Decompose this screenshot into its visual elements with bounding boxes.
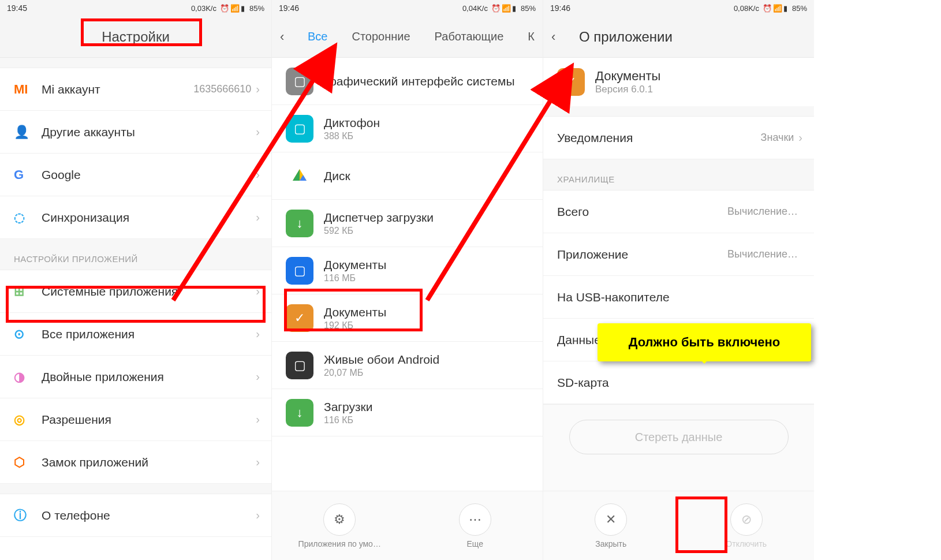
page-title: О приложении (579, 29, 673, 45)
back-button[interactable]: ‹ (551, 29, 565, 44)
row-label: Всего (557, 205, 727, 219)
app-size: 116 КБ (324, 415, 531, 425)
status-speed: 0,08K/c (734, 4, 759, 13)
app-row-7[interactable]: ↓Загрузки116 КБ (272, 389, 543, 436)
app-name: Диск (324, 169, 531, 183)
app-icon: ▢ (286, 352, 313, 379)
app-name: Живые обои Android (324, 353, 531, 367)
app-version: Версия 6.0.1 (595, 84, 660, 95)
app-icon: ▢ (286, 68, 313, 95)
row-label: О телефоне (42, 509, 256, 522)
sync-icon: ◌ (14, 210, 25, 225)
settings-row2-5[interactable]: ⓘО телефоне› (0, 494, 271, 537)
settings-row-1[interactable]: 👤Другие аккаунты› (0, 111, 271, 154)
status-battery: 85% (249, 4, 264, 13)
more-button[interactable]: ⋯ Еще (440, 503, 510, 548)
app-name: Диктофон (324, 116, 531, 130)
info-icon: ⓘ (14, 507, 27, 524)
app-name: Графический интерфейс системы (324, 74, 531, 88)
close-button[interactable]: ✕ Закрыть (576, 503, 645, 548)
settings-row-2[interactable]: GGoogle› (0, 154, 271, 196)
chevron-right-icon: › (256, 168, 260, 181)
status-icons: ⏰📶▮ (763, 4, 789, 13)
settings-row-0[interactable]: MIMi аккаунт1635666610› (0, 68, 271, 111)
row-label: Синхронизация (42, 211, 251, 225)
storage-row-1[interactable]: ПриложениеВычисление… (543, 233, 814, 276)
row-label: Другие аккаунты (42, 125, 251, 139)
section-header-storage: ХРАНИЛИЩЕ (543, 159, 814, 191)
settings-row2-2[interactable]: ◑Двойные приложения› (0, 356, 271, 398)
row-label: На USB-накопителе (557, 290, 798, 304)
app-name: Документы (324, 258, 531, 272)
row-label: Разрешения (42, 413, 256, 427)
app-icon (286, 162, 313, 190)
bottom-toolbar: ⚙ Приложения по умо… ⋯ Еще (272, 491, 543, 560)
status-speed: 0,04K/c (462, 4, 488, 13)
status-icons: ⏰📶▮ (220, 4, 246, 13)
MI-icon: MI (14, 82, 28, 97)
app-name: Диспетчер загрузки (324, 211, 531, 225)
tab-1[interactable]: Сторонние (352, 30, 410, 43)
tabs-header: ‹ ВсеСторонниеРаботающиеКа (272, 16, 543, 58)
statusbar: 19:45 0,03K/c ⏰📶▮ 85% (0, 0, 271, 16)
status-time: 19:46 (279, 3, 299, 13)
app-row-2[interactable]: Диск (272, 152, 543, 200)
dots-icon: ⊙ (14, 327, 24, 342)
row-notifications[interactable]: Уведомления Значки › (543, 117, 814, 159)
status-speed: 0,03K/c (191, 4, 216, 13)
statusbar: 19:46 0,04K/c ⏰📶▮ 85% (272, 0, 543, 16)
row-value: 1635666610 (193, 83, 251, 95)
user-icon: 👤 (14, 125, 29, 140)
app-row-3[interactable]: ↓Диспетчер загрузки592 КБ (272, 200, 543, 247)
annotation-redbox-all-apps (6, 286, 266, 323)
gear-icon: ⚙ (323, 503, 356, 536)
G-icon: G (14, 167, 24, 182)
tab-3[interactable]: Ка (528, 30, 535, 43)
row-label: SD-карта (557, 376, 798, 390)
settings-row2-3[interactable]: ◎Разрешения› (0, 398, 271, 441)
row-label: Замок приложений (42, 456, 256, 469)
section-header-app-settings: НАСТРОЙКИ ПРИЛОЖЕНИЙ (0, 239, 271, 270)
storage-row-0[interactable]: ВсегоВычисление… (543, 191, 814, 233)
storage-row-2[interactable]: На USB-накопителе (543, 276, 814, 319)
app-icon: ▢ (286, 257, 313, 285)
chevron-right-icon: › (256, 125, 260, 139)
app-row-0[interactable]: ▢Графический интерфейс системы (272, 58, 543, 105)
app-icon-documents: ✓ (557, 68, 585, 96)
clone-icon: ◑ (14, 369, 25, 384)
app-row-1[interactable]: ▢Диктофон388 КБ (272, 105, 543, 152)
app-icon: ↓ (286, 210, 313, 237)
chevron-right-icon: › (798, 131, 802, 144)
app-icon: ▢ (286, 115, 313, 143)
statusbar: 19:46 0,08K/c ⏰📶▮ 85% (543, 0, 814, 16)
row-label: Mi аккаунт (42, 83, 193, 96)
annotation-redbox-title (81, 18, 202, 46)
tab-0[interactable]: Все (308, 30, 327, 43)
app-size: 20,07 МБ (324, 368, 531, 378)
app-row-6[interactable]: ▢Живые обои Android20,07 МБ (272, 342, 543, 389)
row-value: Вычисление… (727, 206, 798, 218)
annotation-redbox-disable (675, 496, 727, 553)
badge-icon: ◎ (14, 412, 25, 427)
svg-marker-1 (293, 169, 300, 181)
row-label: Приложение (557, 248, 727, 262)
settings-row2-4[interactable]: ⬡Замок приложений› (0, 441, 271, 484)
row-value: Вычисление… (727, 248, 798, 260)
storage-row-4[interactable]: SD-карта (543, 361, 814, 404)
status-icons: ⏰📶▮ (491, 4, 517, 13)
close-icon: ✕ (595, 503, 627, 536)
lock-icon: ⬡ (14, 455, 25, 470)
status-time: 19:46 (550, 3, 570, 13)
chevron-right-icon: › (256, 83, 260, 96)
default-apps-button[interactable]: ⚙ Приложения по умо… (305, 503, 374, 548)
tab-2[interactable]: Работающие (435, 30, 504, 43)
chevron-right-icon: › (256, 456, 260, 469)
screen-all-apps: 19:46 0,04K/c ⏰📶▮ 85% ‹ ВсеСторонниеРабо… (271, 0, 543, 560)
back-button[interactable]: ‹ (280, 29, 294, 44)
app-row-4[interactable]: ▢Документы116 МБ (272, 247, 543, 294)
settings-row-3[interactable]: ◌Синхронизация› (0, 196, 271, 239)
erase-data-button[interactable]: Стереть данные (569, 420, 789, 454)
app-icon: ↓ (286, 399, 313, 427)
status-battery: 85% (792, 4, 807, 13)
app-size: 592 КБ (324, 226, 531, 236)
